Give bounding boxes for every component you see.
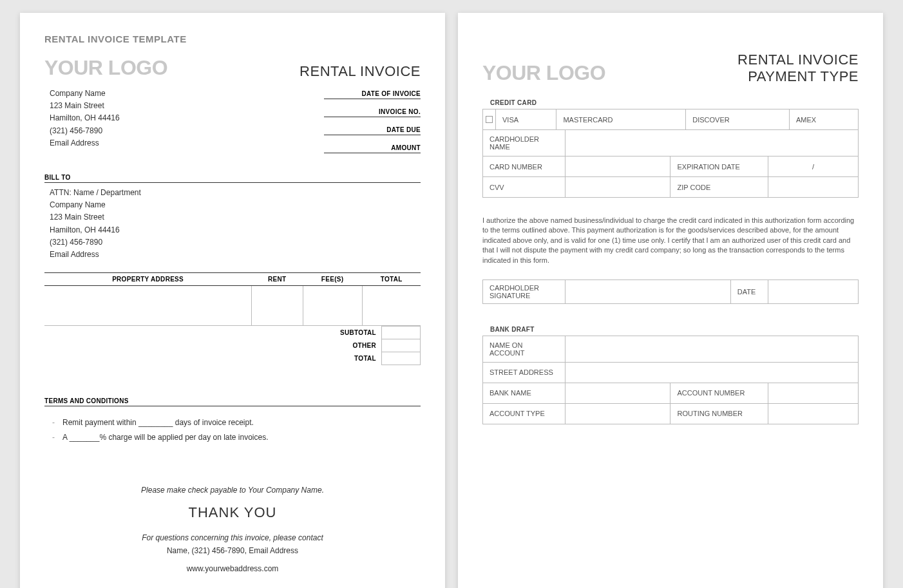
other-label: OTHER <box>335 339 381 352</box>
checkbox-icon <box>486 116 493 123</box>
signature-value[interactable] <box>566 280 731 303</box>
invoice-page-2: YOUR LOGO RENTAL INVOICE PAYMENT TYPE CR… <box>458 13 883 588</box>
zip-label: ZIP CODE <box>670 177 768 198</box>
bank-draft-label: BANK DRAFT <box>490 326 859 333</box>
other-value[interactable] <box>382 339 421 352</box>
document-type-2: RENTAL INVOICE PAYMENT TYPE <box>737 52 859 85</box>
street-address-label: STREET ADDRESS <box>483 362 566 383</box>
name-on-account-label: NAME ON ACCOUNT <box>483 336 566 362</box>
bank-name-label: BANK NAME <box>483 383 566 403</box>
col-rent: RENT <box>251 273 303 286</box>
signature-table: CARDHOLDER SIGNATURE DATE <box>482 280 859 304</box>
template-title: RENTAL INVOICE TEMPLATE <box>44 33 421 44</box>
total-value[interactable] <box>382 352 421 365</box>
account-number-value[interactable] <box>768 383 859 403</box>
invoice-page-1: RENTAL INVOICE TEMPLATE YOUR LOGO RENTAL… <box>20 13 445 588</box>
company-street: 123 Main Street <box>50 100 120 112</box>
name-on-account-value[interactable] <box>566 336 859 362</box>
credit-card-type-table: VISA MASTERCARD DISCOVER AMEX <box>482 109 859 130</box>
footer-payable: Please make check payable to Your Compan… <box>44 484 421 497</box>
date-label: DATE <box>730 280 768 303</box>
cvv-value[interactable] <box>566 177 670 198</box>
doc-type-line1: RENTAL INVOICE <box>737 52 859 68</box>
visa-checkbox-cell[interactable] <box>483 109 496 130</box>
logo-placeholder-2: YOUR LOGO <box>482 61 605 85</box>
account-type-value[interactable] <box>566 403 670 424</box>
thank-you: THANK YOU <box>44 500 421 524</box>
bill-to-block: ATTN: Name / Department Company Name 123… <box>44 187 421 261</box>
billto-company: Company Name <box>50 199 421 211</box>
credit-card-fields-table: CARDHOLDER NAME CARD NUMBER EXPIRATION D… <box>482 129 859 198</box>
meta-amount: AMOUNT <box>324 142 421 153</box>
cardnumber-value[interactable] <box>566 156 670 177</box>
subtotal-label: SUBTOTAL <box>335 327 381 339</box>
bank-name-value[interactable] <box>566 383 670 403</box>
account-number-label: ACCOUNT NUMBER <box>670 383 768 403</box>
footer-web: www.yourwebaddress.com <box>44 562 421 575</box>
col-fees: FEE(S) <box>303 273 362 286</box>
discover-label: DISCOVER <box>686 109 790 130</box>
company-phone: (321) 456-7890 <box>50 125 120 137</box>
subtotal-value[interactable] <box>382 327 421 339</box>
cell-total[interactable] <box>362 286 421 326</box>
account-type-label: ACCOUNT TYPE <box>483 403 566 424</box>
visa-label: VISA <box>496 109 556 130</box>
terms-list: Remit payment within ________ days of in… <box>44 415 421 445</box>
zip-value[interactable] <box>768 177 859 198</box>
terms-label: TERMS AND CONDITIONS <box>44 397 421 406</box>
billto-email: Email Address <box>50 249 421 261</box>
expiration-label: EXPIRATION DATE <box>670 156 768 177</box>
authorization-text: I authorize the above named business/ind… <box>482 216 859 265</box>
expiration-value[interactable]: / <box>768 156 859 177</box>
term-item: Remit payment within ________ days of in… <box>62 415 421 430</box>
credit-card-label: CREDIT CARD <box>490 99 859 106</box>
billto-attn: ATTN: Name / Department <box>50 187 421 199</box>
signature-label: CARDHOLDER SIGNATURE <box>483 280 566 303</box>
meta-date-due: DATE DUE <box>324 124 421 135</box>
cell-rent[interactable] <box>251 286 303 326</box>
col-total: TOTAL <box>362 273 421 286</box>
cell-fees[interactable] <box>303 286 362 326</box>
footer-block: Please make check payable to Your Compan… <box>44 484 421 576</box>
billto-phone: (321) 456-7890 <box>50 236 421 249</box>
meta-block: DATE OF INVOICE INVOICE NO. DATE DUE AMO… <box>324 88 421 160</box>
info-row: Company Name 123 Main Street Hamilton, O… <box>44 88 421 160</box>
street-address-value[interactable] <box>566 362 859 383</box>
bill-to-label: BILL TO <box>44 174 421 183</box>
billto-street: 123 Main Street <box>50 211 421 223</box>
table-row <box>44 286 421 326</box>
footer-contact2: Name, (321) 456-7890, Email Address <box>44 544 421 557</box>
header-row-2: YOUR LOGO RENTAL INVOICE PAYMENT TYPE <box>482 52 859 85</box>
cvv-label: CVV <box>483 177 566 198</box>
cell-property[interactable] <box>44 286 251 326</box>
cardholder-value[interactable] <box>566 130 859 156</box>
company-block: Company Name 123 Main Street Hamilton, O… <box>44 88 120 160</box>
routing-number-value[interactable] <box>768 403 859 424</box>
property-table: PROPERTY ADDRESS RENT FEE(S) TOTAL <box>44 272 421 326</box>
footer-contact1: For questions concerning this invoice, p… <box>44 531 421 544</box>
bank-draft-table: NAME ON ACCOUNT STREET ADDRESS BANK NAME… <box>482 336 859 424</box>
meta-date-of-invoice: DATE OF INVOICE <box>324 88 421 99</box>
date-value[interactable] <box>768 280 859 303</box>
company-city: Hamilton, OH 44416 <box>50 112 120 124</box>
routing-number-label: ROUTING NUMBER <box>670 403 768 424</box>
col-property: PROPERTY ADDRESS <box>44 273 251 286</box>
document-type: RENTAL INVOICE <box>299 63 421 80</box>
total-label: TOTAL <box>335 352 381 365</box>
cardholder-label: CARDHOLDER NAME <box>483 130 566 156</box>
meta-invoice-no: INVOICE NO. <box>324 106 421 117</box>
billto-city: Hamilton, OH 44416 <box>50 224 421 236</box>
amex-label: AMEX <box>790 109 859 130</box>
cardnumber-label: CARD NUMBER <box>483 156 566 177</box>
totals-block: SUBTOTAL OTHER TOTAL <box>44 326 421 365</box>
doc-type-line2: PAYMENT TYPE <box>737 68 859 85</box>
company-name: Company Name <box>50 88 120 100</box>
header-row: YOUR LOGO RENTAL INVOICE <box>44 56 421 80</box>
company-email: Email Address <box>50 137 120 149</box>
logo-placeholder: YOUR LOGO <box>44 56 167 80</box>
term-item: A _______% charge will be applied per da… <box>62 430 421 445</box>
mastercard-label: MASTERCARD <box>556 109 686 130</box>
